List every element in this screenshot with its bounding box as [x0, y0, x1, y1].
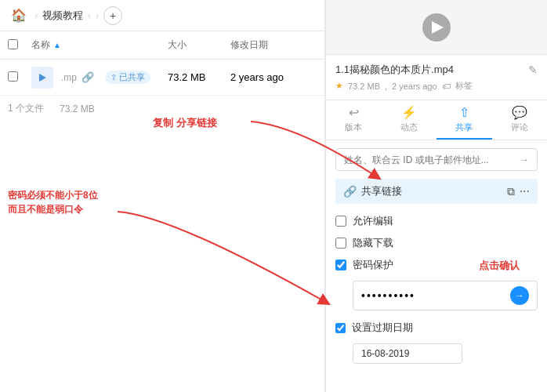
file-info-name-row: 1.1揭秘颜色的本质片.mp4 ✎ [335, 63, 538, 77]
hide-download-checkbox[interactable] [335, 238, 346, 249]
password-input[interactable] [361, 289, 505, 302]
row-date-value: 2 years ago [230, 71, 284, 83]
tab-activity-label: 动态 [400, 122, 418, 133]
sort-icon[interactable]: ▲ [53, 41, 61, 49]
header-checkbox-col [8, 39, 31, 52]
header-name-col: 名称 ▲ [31, 38, 168, 52]
expiry-label: 设置过期日期 [352, 321, 413, 335]
share-badge-icon: ⇧ [110, 73, 117, 82]
annotation-copy: 复制 分享链接 [153, 116, 217, 130]
toolbar: 🏠 › 视频教程 ‹ › + [0, 0, 324, 31]
password-field-row[interactable]: → [353, 281, 538, 310]
annotation-password: 密码必须不能小于8位而且不能是弱口令 [8, 188, 98, 216]
file-meta: ★ 73.2 MB , 2 years ago 🏷 标签 [335, 80, 538, 92]
shared-badge-label: 已共享 [119, 71, 145, 83]
file-date-meta: 2 years ago [392, 82, 437, 91]
share-panel: → 🔗 共享链接 ⧉ ··· 允许编辑 隐藏下载 密码保护 → [326, 140, 547, 372]
table-header: 名称 ▲ 大小 修改日期 [0, 31, 324, 60]
copy-link-icon[interactable]: ⧉ [507, 185, 515, 198]
annotation-confirm-text: 点击确认 [479, 260, 520, 271]
file-count: 1 个文件 [8, 102, 44, 115]
header-date-label: 修改日期 [230, 39, 268, 50]
home-button[interactable]: 🏠 [8, 5, 30, 27]
tab-comment-label: 评论 [511, 122, 528, 133]
option-allow-edit[interactable]: 允许编辑 [335, 210, 538, 232]
row-date: 2 years ago [230, 71, 317, 83]
breadcrumb[interactable]: 视频教程 [42, 9, 83, 23]
share-tab-icon: ⇧ [459, 105, 469, 120]
confirm-arrow-icon: → [515, 290, 524, 301]
tag-icon: 🏷 [442, 82, 451, 91]
hide-download-label: 隐藏下载 [353, 236, 393, 250]
more-options-icon[interactable]: ··· [520, 184, 530, 198]
row-size: 73.2 MB [168, 71, 230, 83]
password-protect-label: 密码保护 [353, 258, 393, 272]
header-date-col: 修改日期 [230, 38, 317, 52]
meta-separator: , [385, 82, 387, 91]
tab-comment[interactable]: 💬 评论 [492, 100, 548, 140]
option-hide-download[interactable]: 隐藏下载 [335, 232, 538, 254]
play-icon [39, 74, 46, 82]
right-panel: 1.1揭秘颜色的本质片.mp4 ✎ ★ 73.2 MB , 2 years ag… [325, 0, 547, 392]
password-confirm-button[interactable]: → [510, 286, 529, 305]
share-link-label: 共享链接 [361, 184, 502, 198]
link-icon: 🔗 [82, 71, 94, 83]
shared-badge: ⇧ 已共享 [105, 71, 150, 84]
comment-icon: 💬 [512, 105, 527, 120]
nav-forward-icon[interactable]: › [96, 10, 99, 21]
total-size: 73.2 MB [60, 103, 95, 114]
expiry-date-input[interactable] [353, 343, 462, 364]
file-info: 1.1揭秘颜色的本质片.mp4 ✎ ★ 73.2 MB , 2 years ag… [326, 55, 547, 100]
row-name-col: .mp 🔗 ⇧ 已共享 [31, 67, 168, 89]
tab-share[interactable]: ⇧ 共享 [437, 100, 492, 140]
allow-edit-checkbox[interactable] [335, 216, 346, 227]
nav-back-icon[interactable]: ‹ [88, 10, 91, 21]
tab-activity[interactable]: ⚡ 动态 [382, 100, 437, 140]
star-icon: ★ [335, 81, 343, 91]
allow-edit-label: 允许编辑 [353, 214, 393, 228]
expiry-checkbox[interactable] [335, 323, 346, 333]
play-icon [432, 21, 444, 34]
annotation-confirm: 点击确认 [479, 259, 520, 273]
share-link-row: 🔗 共享链接 ⧉ ··· [335, 179, 538, 204]
row-size-value: 73.2 MB [168, 71, 205, 83]
file-icon [31, 67, 53, 89]
tag-label: 标签 [455, 80, 473, 92]
file-edit-icon[interactable]: ✎ [528, 64, 538, 76]
header-size-label: 大小 [168, 39, 187, 50]
breadcrumb-separator: › [34, 10, 38, 21]
file-title: 1.1揭秘颜色的本质片.mp4 [335, 63, 454, 77]
search-arrow-icon[interactable]: → [519, 154, 529, 165]
header-name-label: 名称 [31, 38, 50, 52]
preview-play-button[interactable] [422, 13, 451, 42]
row-checkbox[interactable] [8, 71, 18, 82]
version-icon: ↩ [349, 105, 359, 120]
activity-icon: ⚡ [401, 105, 417, 120]
tab-version-label: 版本 [345, 122, 362, 133]
password-protect-checkbox[interactable] [335, 260, 346, 270]
table-row[interactable]: .mp 🔗 ⇧ 已共享 73.2 MB 2 years ago [0, 60, 324, 96]
row-checkbox-col [8, 71, 31, 84]
tab-version[interactable]: ↩ 版本 [326, 100, 382, 140]
file-ext: .mp [61, 72, 77, 83]
annotation-copy-text: 复制 分享链接 [153, 117, 217, 129]
tab-share-label: 共享 [455, 122, 473, 133]
header-size-col: 大小 [168, 38, 230, 52]
tabs: ↩ 版本 ⚡ 动态 ⇧ 共享 💬 评论 [326, 100, 547, 140]
select-all-checkbox[interactable] [8, 39, 18, 49]
add-icon: + [110, 9, 116, 22]
user-search-row[interactable]: → [335, 148, 538, 171]
link-chain-icon: 🔗 [343, 185, 357, 198]
expiry-row[interactable]: 设置过期日期 [335, 317, 538, 339]
user-search-input[interactable] [344, 154, 514, 165]
add-button[interactable]: + [103, 6, 122, 25]
file-size-meta: 73.2 MB [348, 82, 380, 91]
file-preview [326, 0, 547, 55]
